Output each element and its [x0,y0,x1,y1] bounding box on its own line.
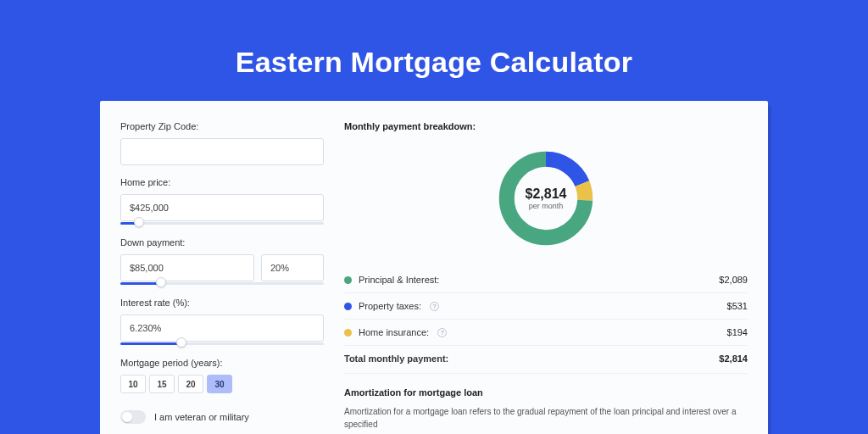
slider-thumb[interactable] [134,217,144,227]
amortization-body: Amortization for a mortgage loan refers … [344,406,748,431]
home-price-label: Home price: [120,177,324,187]
legend-total-label: Total monthly payment: [344,353,448,364]
down-payment-slider[interactable] [120,281,324,289]
period-button-15[interactable]: 15 [149,375,175,393]
home-price-input[interactable] [120,194,324,221]
donut-center-sub: per month [529,202,564,210]
veteran-toggle[interactable] [120,410,146,424]
legend-row-insurance: Home insurance:?$194 [344,320,748,346]
period-button-30[interactable]: 30 [207,375,232,393]
legend-row-principal: Principal & Interest:$2,089 [344,267,748,293]
breakdown-title: Monthly payment breakdown: [344,121,748,131]
principal-dot-icon [344,276,352,284]
veteran-label: I am veteran or military [154,412,249,422]
slider-thumb[interactable] [176,337,186,348]
legend-value: $531 [727,301,748,311]
legend-value: $194 [727,327,748,337]
breakdown-panel: Monthly payment breakdown: $2,814 per mo… [344,121,748,434]
legend-label: Principal & Interest: [359,275,439,285]
insurance-dot-icon [344,329,352,337]
interest-label: Interest rate (%): [120,298,324,308]
legend-total-value: $2,814 [719,353,748,364]
interest-slider[interactable] [120,341,324,349]
period-button-20[interactable]: 20 [178,375,203,393]
veteran-row: I am veteran or military [120,410,324,424]
zip-group: Property Zip Code: [120,121,324,165]
amortization-heading: Amortization for mortgage loan [344,387,748,398]
zip-input[interactable] [120,138,324,165]
period-options: 10152030 [120,375,324,393]
home-price-group: Home price: [120,177,324,229]
down-payment-percent-input[interactable] [261,254,324,281]
interest-group: Interest rate (%): [120,298,324,349]
calculator-card: Property Zip Code: Home price: Down paym… [100,101,768,434]
period-button-10[interactable]: 10 [120,375,146,393]
zip-label: Property Zip Code: [120,121,324,131]
legend-row-taxes: Property taxes:?$531 [344,293,748,320]
legend-label: Home insurance: [359,327,429,337]
toggle-knob [122,412,132,422]
donut-center-amount: $2,814 [526,186,567,202]
down-payment-group: Down payment: [120,237,324,289]
legend-label: Property taxes: [359,301,421,311]
down-payment-label: Down payment: [120,237,324,248]
amortization-section: Amortization for mortgage loan Amortizat… [344,373,748,431]
page-title: Eastern Mortgage Calculator [0,0,868,101]
help-icon[interactable]: ? [430,302,439,311]
period-label: Mortgage period (years): [120,358,324,368]
slider-thumb[interactable] [156,277,166,287]
home-price-slider[interactable] [120,220,324,229]
legend-row-total: Total monthly payment:$2,814 [344,346,748,371]
donut-chart: $2,814 per month [494,147,598,250]
legend-value: $2,089 [719,275,748,285]
legend: Principal & Interest:$2,089Property taxe… [344,267,748,371]
interest-input[interactable] [120,314,324,342]
form-panel: Property Zip Code: Home price: Down paym… [120,121,324,434]
down-payment-amount-input[interactable] [120,254,254,281]
period-group: Mortgage period (years): 10152030 [120,358,324,393]
help-icon[interactable]: ? [437,328,447,337]
taxes-dot-icon [344,303,352,310]
